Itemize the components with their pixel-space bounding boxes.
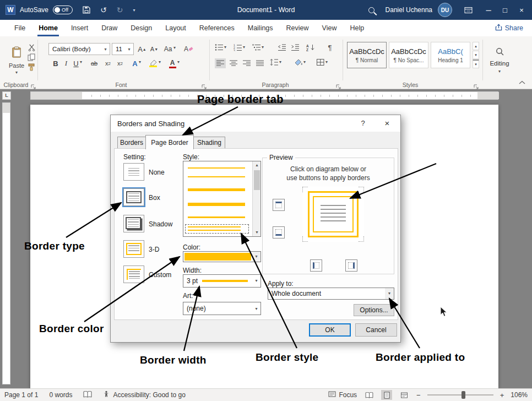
dialog-help-icon[interactable]: ? [359, 119, 367, 127]
font-color-chevron-icon[interactable]: ▾ [177, 59, 180, 64]
word-count[interactable]: 0 words [49, 391, 72, 399]
align-left-icon[interactable] [215, 58, 226, 68]
show-paragraph-marks-icon[interactable]: ¶ [325, 43, 335, 52]
web-layout-icon[interactable] [399, 390, 410, 400]
decrease-indent-icon[interactable] [278, 44, 286, 51]
style-option-line[interactable] [188, 203, 245, 206]
style-option-selected[interactable] [185, 224, 249, 234]
page-indicator[interactable]: Page 1 of 1 [4, 391, 38, 399]
style-no-spacing[interactable]: AaBbCcDc ¶ No Spac... [389, 42, 428, 68]
font-name-combo[interactable]: Calibri (Body) ▾ [48, 43, 110, 55]
shrink-font-icon[interactable]: A▼ [149, 44, 160, 54]
setting-custom-icon[interactable] [123, 265, 144, 283]
subscript-icon[interactable]: x2 [102, 58, 113, 68]
bullets-icon[interactable] [215, 44, 224, 51]
tab-layout[interactable]: Layout [159, 20, 193, 36]
style-option-line[interactable] [188, 176, 245, 177]
styles-scroll-down-icon[interactable]: ▾ [473, 51, 479, 59]
copy-icon[interactable] [26, 53, 36, 62]
align-center-icon[interactable] [228, 58, 239, 68]
save-icon[interactable] [83, 6, 90, 14]
right-border-button[interactable] [345, 259, 357, 272]
read-mode-icon[interactable] [363, 390, 374, 400]
tab-home[interactable]: Home [32, 20, 64, 36]
change-case-chevron-icon[interactable]: ▾ [173, 45, 176, 50]
tab-shading[interactable]: Shading [193, 137, 225, 149]
multilevel-list-chevron-icon[interactable]: ▾ [262, 45, 264, 50]
style-heading1[interactable]: AaBbC( Heading 1 [431, 42, 470, 68]
style-list-scrollbar[interactable]: ▲ ▼ [252, 161, 260, 236]
proofing-icon[interactable] [83, 391, 92, 399]
align-right-icon[interactable] [241, 58, 252, 68]
highlight-color-chevron-icon[interactable]: ▾ [159, 59, 161, 64]
dialog-close-icon[interactable]: × [383, 118, 392, 128]
style-listbox[interactable]: ▲ ▼ [183, 161, 261, 237]
text-effects-chevron-icon[interactable]: ▾ [139, 59, 141, 64]
maximize-button[interactable]: □ [497, 0, 513, 20]
superscript-icon[interactable]: x2 [115, 58, 126, 68]
style-option-line[interactable] [188, 216, 245, 218]
font-color-icon[interactable]: A [167, 58, 177, 68]
numbering-icon[interactable]: 123 [234, 44, 242, 51]
font-size-combo[interactable]: 11 ▾ [112, 43, 134, 55]
bold-icon[interactable]: B [51, 58, 61, 68]
editing-button[interactable]: Editing ▾ [486, 43, 513, 78]
style-option-line[interactable] [188, 167, 245, 169]
art-dropdown[interactable]: (none) ▾ [183, 302, 261, 315]
close-button[interactable]: × [513, 0, 530, 20]
numbering-chevron-icon[interactable]: ▾ [243, 45, 245, 50]
shading-chevron-icon[interactable]: ▾ [303, 59, 306, 64]
increase-indent-icon[interactable] [291, 44, 300, 51]
tab-stop-selector[interactable]: L [2, 91, 11, 100]
bullets-chevron-icon[interactable]: ▾ [224, 45, 226, 50]
setting-none-icon[interactable] [123, 163, 144, 181]
scroll-thumb[interactable] [254, 170, 260, 190]
underline-chevron-icon[interactable]: ▾ [80, 59, 82, 64]
minimize-button[interactable]: ─ [480, 0, 497, 20]
highlight-color-icon[interactable] [148, 58, 159, 68]
apply-to-dropdown[interactable]: Whole document ▾ [268, 288, 394, 300]
zoom-slider[interactable] [427, 391, 493, 399]
borders-chevron-icon[interactable]: ▾ [325, 59, 328, 64]
scroll-down-icon[interactable]: ▼ [253, 229, 261, 236]
tab-insert[interactable]: Insert [64, 20, 95, 36]
options-button[interactable]: Options... [354, 304, 394, 316]
paste-button[interactable]: Paste ▾ [4, 41, 29, 79]
justify-icon[interactable] [254, 58, 265, 68]
change-case-icon[interactable]: Aa [162, 44, 174, 54]
preview-diagram[interactable] [302, 187, 364, 242]
zoom-level[interactable]: 106% [511, 391, 528, 399]
sort-icon[interactable]: AZ [306, 44, 315, 51]
tab-review[interactable]: Review [280, 20, 316, 36]
tab-view[interactable]: View [316, 20, 344, 36]
underline-icon[interactable]: U [72, 58, 80, 68]
styles-scroll-up-icon[interactable]: ▴ [473, 42, 479, 50]
width-dropdown[interactable]: 3 pt ▾ [183, 274, 261, 288]
setting-box-label[interactable]: Box [149, 194, 160, 202]
search-icon[interactable] [368, 7, 374, 13]
dialog-title-bar[interactable]: Borders and Shading [111, 115, 400, 132]
setting-3d-label[interactable]: 3-D [149, 246, 159, 253]
quick-access-chevron-icon[interactable]: ▾ [133, 8, 135, 13]
paragraph-dialog-launcher-icon[interactable] [336, 82, 341, 92]
tab-help[interactable]: Help [343, 20, 371, 36]
strikethrough-icon[interactable]: ab [88, 58, 100, 68]
avatar[interactable]: DU [438, 3, 452, 17]
user-name[interactable]: Daniel Uchenna [386, 6, 432, 14]
style-normal[interactable]: AaBbCcDc ¶ Normal [347, 42, 387, 68]
tab-design[interactable]: Design [124, 20, 159, 36]
cancel-button[interactable]: Cancel [355, 323, 397, 337]
grow-font-icon[interactable]: A▲ [137, 44, 148, 54]
zoom-slider-thumb[interactable] [462, 391, 465, 399]
print-layout-icon[interactable] [381, 390, 392, 400]
line-spacing-icon[interactable] [270, 58, 279, 66]
scroll-up-icon[interactable]: ▲ [253, 161, 261, 169]
setting-3d-icon[interactable] [123, 240, 144, 258]
borders-icon[interactable] [316, 58, 325, 66]
style-option-line[interactable] [188, 188, 245, 191]
styles-dialog-launcher-icon[interactable] [474, 82, 479, 92]
collapse-ribbon-icon[interactable] [519, 80, 525, 85]
share-button[interactable]: Share [495, 24, 523, 32]
accessibility-status[interactable]: Accessibility: Good to go [103, 391, 185, 399]
undo-icon[interactable]: ↺ [100, 6, 107, 14]
